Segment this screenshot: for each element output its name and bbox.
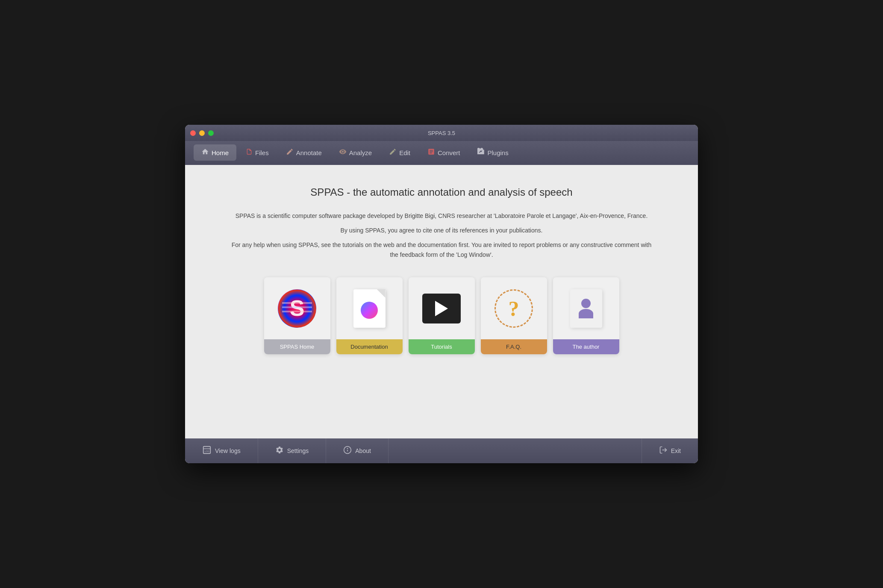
doc-icon-decoration <box>361 302 378 319</box>
svg-rect-5 <box>282 311 312 312</box>
svg-rect-4 <box>282 306 312 308</box>
card-tutorials-image <box>409 277 475 339</box>
nav-item-home[interactable]: Home <box>194 144 236 161</box>
card-the-author-label: The author <box>553 339 619 354</box>
plugins-icon <box>477 148 485 157</box>
window-title: SPPAS 3.5 <box>428 130 455 136</box>
convert-icon <box>427 148 435 157</box>
card-the-author[interactable]: The author <box>553 277 619 354</box>
exit-button[interactable]: Exit <box>642 438 698 463</box>
nav-item-plugins[interactable]: Plugins <box>470 144 516 161</box>
card-faq[interactable]: ? F.A.Q. <box>481 277 547 354</box>
view-logs-label: View logs <box>215 447 241 454</box>
app-title: SPPAS - the automatic annotation and ana… <box>219 186 664 198</box>
card-sppas-home-label: SPPAS Home <box>264 339 330 354</box>
main-window: SPPAS 3.5 Home Files Annotate Analyze <box>185 125 698 463</box>
nav-item-analyze[interactable]: Analyze <box>331 144 380 161</box>
sppas-logo-icon: S <box>278 289 316 328</box>
nav-label-edit: Edit <box>399 149 410 156</box>
maximize-button[interactable] <box>208 130 214 136</box>
description-block: SPPAS is a scientific computer software … <box>228 211 655 260</box>
card-sppas-home[interactable]: S SPPAS Home <box>264 277 330 354</box>
settings-icon <box>275 446 284 456</box>
nav-label-annotate: Annotate <box>296 149 322 156</box>
description-1: SPPAS is a scientific computer software … <box>228 211 655 221</box>
nav-item-files[interactable]: Files <box>238 144 277 161</box>
person-head-icon <box>581 299 591 308</box>
nav-label-home: Home <box>212 149 229 156</box>
question-mark-icon: ? <box>509 298 519 319</box>
card-the-author-image <box>553 277 619 339</box>
home-icon <box>201 148 209 157</box>
bottom-bar: LOG View logs Settings About <box>185 438 698 463</box>
traffic-lights <box>190 130 214 136</box>
title-bar: SPPAS 3.5 <box>185 125 698 141</box>
view-logs-icon: LOG <box>202 445 212 457</box>
description-3: For any help when using SPPAS, see the t… <box>228 240 655 261</box>
nav-label-files: Files <box>255 149 269 156</box>
card-faq-image: ? <box>481 277 547 339</box>
card-sppas-home-image: S <box>264 277 330 339</box>
tutorials-icon <box>422 294 461 323</box>
card-tutorials-label: Tutorials <box>409 339 475 354</box>
person-body-icon <box>579 309 593 318</box>
analyze-icon <box>339 148 347 157</box>
card-tutorials[interactable]: Tutorials <box>409 277 475 354</box>
svg-rect-3 <box>282 302 312 304</box>
card-documentation-label: Documentation <box>336 339 403 354</box>
play-button-icon <box>435 301 448 316</box>
card-faq-label: F.A.Q. <box>481 339 547 354</box>
edit-icon <box>389 148 397 157</box>
about-label: About <box>355 447 371 454</box>
card-documentation[interactable]: Documentation <box>336 277 403 354</box>
nav-label-plugins: Plugins <box>488 149 509 156</box>
nav-label-convert: Convert <box>438 149 460 156</box>
description-2: By using SPPAS, you agree to cite one of… <box>228 226 655 236</box>
nav-item-annotate[interactable]: Annotate <box>278 144 330 161</box>
main-content: SPPAS - the automatic annotation and ana… <box>185 165 698 438</box>
files-icon <box>246 148 253 157</box>
view-logs-button[interactable]: LOG View logs <box>185 438 258 463</box>
nav-item-convert[interactable]: Convert <box>420 144 468 161</box>
annotate-icon <box>286 148 294 157</box>
author-icon <box>570 289 602 328</box>
settings-button[interactable]: Settings <box>258 438 327 463</box>
faq-icon: ? <box>494 289 533 328</box>
settings-label: Settings <box>287 447 309 454</box>
exit-icon <box>659 446 668 456</box>
svg-text:LOG: LOG <box>205 450 210 452</box>
cards-container: S SPPAS Home Doc <box>219 277 664 354</box>
about-icon <box>343 446 352 456</box>
about-button[interactable]: About <box>326 438 389 463</box>
nav-bar: Home Files Annotate Analyze Edit <box>185 141 698 165</box>
documentation-icon <box>353 289 386 328</box>
nav-item-edit[interactable]: Edit <box>381 144 418 161</box>
nav-label-analyze: Analyze <box>349 149 372 156</box>
close-button[interactable] <box>190 130 196 136</box>
person-icon <box>579 299 593 318</box>
exit-label: Exit <box>671 447 681 454</box>
sppas-logo-svg: S <box>278 289 316 328</box>
minimize-button[interactable] <box>199 130 205 136</box>
card-documentation-image <box>336 277 403 339</box>
